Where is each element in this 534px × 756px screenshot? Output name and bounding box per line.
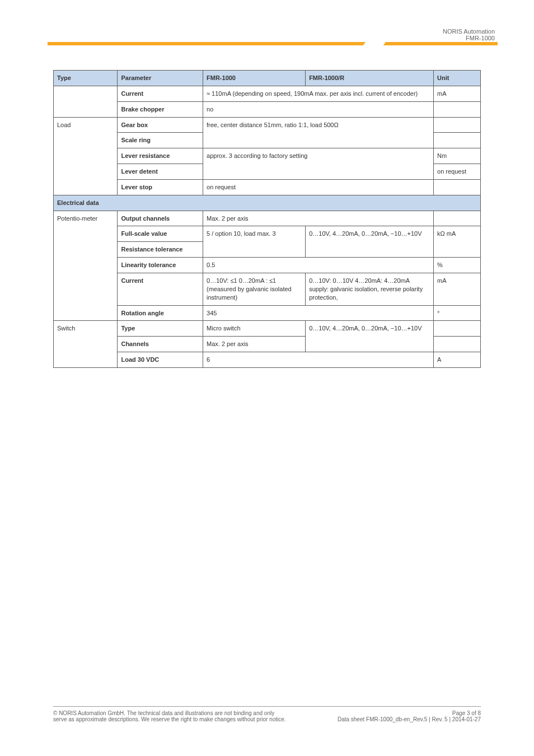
cell-value: free, center distance 51mm, ratio 1:1, l… (203, 117, 434, 148)
cell-unit: on request (434, 164, 481, 180)
cell-type: Switch (54, 321, 118, 368)
cell-value: Max. 2 per axis (203, 211, 434, 226)
cell-value: Max. 2 per axis (203, 337, 306, 352)
cell-value: 0…10V, 4…20mA, 0…20mA, −10…+10V (306, 321, 434, 352)
cell-param: Current (118, 273, 203, 305)
col-fmr1000r: FMR-1000/R (306, 71, 434, 86)
cell-param: Brake chopper (118, 101, 203, 117)
col-parameter: Parameter (118, 71, 203, 86)
cell-value: approx. 3 according to factory setting (203, 148, 434, 180)
spec-table: Type Parameter FMR-1000 FMR-1000/R Unit … (53, 70, 481, 368)
cell-unit: ° (434, 305, 481, 321)
cell-param: Current (118, 86, 203, 101)
cell-value: ≈ 110mA (depending on speed, 190mA max. … (203, 86, 434, 101)
cell-type: Potentio-meter (54, 211, 118, 321)
cell-value: 5 / option 10, load max. 3 (203, 226, 306, 258)
col-type: Type (54, 71, 118, 86)
cell-unit (434, 117, 481, 133)
cell-value: 6 (203, 352, 434, 368)
cell-value: 0.5 (203, 258, 434, 273)
cell-param: Gear box (118, 117, 203, 133)
cell-type (54, 86, 118, 117)
cell-param: Load 30 VDC (118, 352, 203, 368)
cell-param: Linearity tolerance (118, 258, 203, 273)
cell-param: Lever stop (118, 179, 203, 195)
cell-unit (434, 337, 481, 352)
section-electrical: Electrical data (54, 195, 481, 211)
cell-value: 0…10V, 4…20mA, 0…20mA, −10…+10V (306, 226, 434, 258)
cell-param: Output channels (118, 211, 203, 226)
cell-param: Type (118, 321, 203, 337)
cell-value: Micro switch (203, 321, 306, 337)
cell-unit: Nm (434, 148, 481, 164)
cell-param: Full-scale value (118, 226, 203, 242)
cell-param: Lever resistance (118, 148, 203, 164)
col-unit: Unit (434, 71, 481, 86)
cell-unit (434, 101, 481, 117)
cell-param: Scale ring (118, 133, 203, 148)
cell-unit (434, 133, 481, 148)
cell-value: no (203, 101, 434, 117)
footer-pageinfo: Page 3 of 8 Data sheet FMR-1000_db-en_Re… (338, 710, 481, 722)
cell-value: 345 (203, 305, 434, 321)
cell-unit: A (434, 352, 481, 368)
cell-param: Rotation angle (118, 305, 203, 321)
footer-copyright: © NORIS Automation GmbH. The technical d… (53, 710, 288, 722)
cell-unit: mA (434, 86, 481, 101)
col-fmr1000: FMR-1000 (203, 71, 306, 86)
cell-value: on request (203, 179, 434, 195)
cell-param: Resistance tolerance (118, 242, 203, 258)
cell-param: Channels (118, 337, 203, 352)
cell-unit (434, 321, 481, 337)
cell-unit: kΩ mA (434, 226, 481, 258)
cell-unit: % (434, 258, 481, 273)
cell-type: Load (54, 117, 118, 195)
page-footer: © NORIS Automation GmbH. The technical d… (53, 706, 481, 722)
cell-unit (434, 211, 481, 226)
cell-value: 0…10V: 0…10V 4…20mA: 4…20mA supply: galv… (306, 273, 434, 305)
cell-unit (434, 179, 481, 195)
header-brand: NORIS Automation FMR-1000 (443, 28, 495, 41)
cell-unit: mA (434, 273, 481, 305)
cell-param: Lever detent (118, 164, 203, 180)
cell-value: 0…10V: ≤1 0…20mA : ≤1 (measured by galva… (203, 273, 306, 305)
